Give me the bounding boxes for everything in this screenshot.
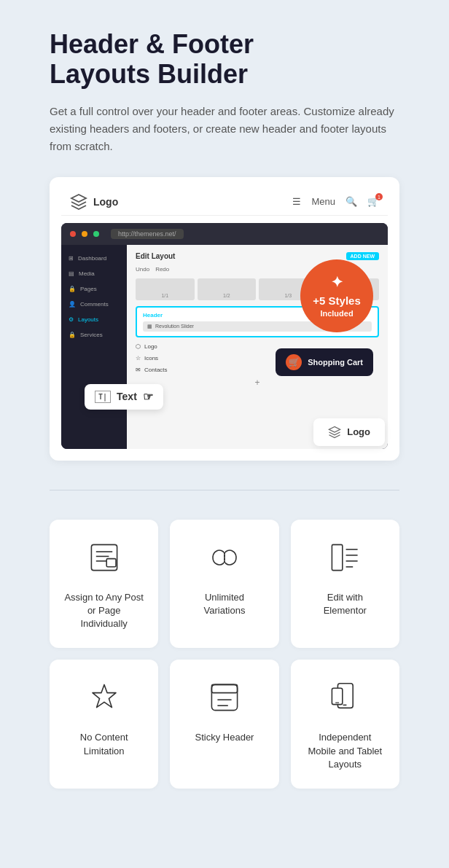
preview-card: Logo ☰ Menu 🔍 🛒 1 http://themenes.net/ [50,177,399,461]
section-divider [50,490,399,490]
unlimited-icon [207,540,242,575]
feature-label-sticky: Sticky Header [195,731,254,744]
feature-card-star: No Content Limitation [50,660,158,789]
text-widget-float: T| Text ☞ [85,384,163,410]
feature-card-unlimited: Unlimited Variations [170,520,278,649]
star-icon-wrap [87,680,122,718]
sidebar-services: 🔒 Services [61,327,127,343]
svg-rect-12 [211,685,237,693]
widget-logo-icon: ⬡ [136,343,141,350]
add-widget-button[interactable]: + [136,378,379,388]
page-description: Get a full control over your header and … [50,103,399,155]
shopping-cart-label: Shopping Cart [308,358,363,367]
layouts-icon: ⚙ [69,316,74,323]
sidebar-comments: 👤 Comments [61,297,127,312]
elementor-icon-wrap [327,540,362,578]
add-new-button[interactable]: ADD NEW [346,252,379,260]
logo-float-label: Logo [347,426,370,437]
col-1-2[interactable]: 1/2 [198,278,257,300]
comments-icon: 👤 [69,301,76,308]
feature-label-elementor: Edit with Elementor [305,591,385,617]
cart-badge: 1 [375,193,383,200]
page-title: Header & Footer Layouts Builder [50,29,399,90]
svg-rect-4 [106,558,116,566]
edit-layout-title: Edit Layout [136,252,175,260]
admin-sidebar: ⊞ Dashboard ▤ Media 🔒 Pages 👤 Comments ⚙ [61,245,127,449]
spark-icon: ✦ [331,273,343,292]
assign-icon [87,540,122,575]
dot-green [93,231,99,237]
widget-icons-icon: ☆ [136,355,141,361]
feature-card-mobile: Independent Mobile and Tablet Layouts [291,660,399,789]
star-icon [87,680,122,715]
text-widget-icon: T| [95,391,111,403]
sidebar-dashboard: ⊞ Dashboard [61,251,127,266]
sidebar-pages: 🔒 Pages [61,281,127,297]
feature-label-mobile: Independent Mobile and Tablet Layouts [305,731,385,771]
feature-label-unlimited: Unlimited Variations [184,591,264,617]
cart-icon: 🛒 1 [367,196,379,207]
cube-icon [70,193,87,211]
feature-card-elementor: Edit with Elementor [291,520,399,649]
sidebar-media: ▤ Media [61,266,127,281]
menu-icon: ☰ [292,196,301,207]
feature-label-star: No Content Limitation [64,731,144,757]
services-icon: 🔒 [69,332,76,338]
edit-layout-header: Edit Layout ADD NEW [136,252,379,260]
cart-icon-float: 🛒 [286,354,302,370]
svg-marker-10 [93,685,116,708]
preview-logo: Logo [70,193,118,211]
svg-rect-5 [332,544,343,570]
redo-button[interactable]: Redo [155,266,169,273]
browser-url: http://themenes.net/ [111,229,184,239]
pages-icon: 🔒 [69,286,76,292]
widget-contacts-icon: ✉ [136,367,141,373]
undo-button[interactable]: Undo [136,266,149,273]
cursor-icon: ☞ [143,390,153,404]
styles-plus: +5 Styles [313,294,360,308]
dot-yellow [82,231,87,237]
logo-float-icon [328,426,341,439]
text-widget-label: Text [117,391,137,402]
preview-header-bar: Logo ☰ Menu 🔍 🛒 1 [61,189,388,216]
feature-label-assign: Assign to Any Post or Page Individually [64,591,144,631]
search-icon: 🔍 [345,196,357,207]
assign-icon-wrap [87,540,122,578]
logo-float: Logo [313,418,385,446]
svg-rect-11 [211,685,237,711]
browser-window: http://themenes.net/ ⊞ Dashboard ▤ Media… [61,223,388,449]
feature-grid: Assign to Any Post or Page Individually … [50,520,399,789]
unlimited-icon-wrap [207,540,242,578]
styles-badge: ✦ +5 Styles Included [300,259,373,332]
feature-card-sticky: Sticky Header [170,660,278,789]
sidebar-layouts[interactable]: ⚙ Layouts [61,312,127,327]
dashboard-icon: ⊞ [69,255,74,262]
preview-nav: ☰ Menu 🔍 🛒 1 [292,196,379,207]
shopping-cart-float: 🛒 Shopping Cart [276,348,373,376]
styles-included: Included [320,308,353,318]
svg-rect-17 [332,689,343,705]
media-icon: ▤ [69,270,74,277]
col-1-1[interactable]: 1/1 [136,278,195,300]
sticky-icon [207,680,242,715]
browser-titlebar: http://themenes.net/ [61,223,388,245]
dot-red [70,231,76,237]
mobile-icon-wrap [327,680,362,718]
feature-card-assign: Assign to Any Post or Page Individually [50,520,158,649]
mobile-icon [327,680,362,715]
slider-icon: ▦ [147,324,152,329]
sticky-icon-wrap [207,680,242,718]
elementor-icon [327,540,362,575]
